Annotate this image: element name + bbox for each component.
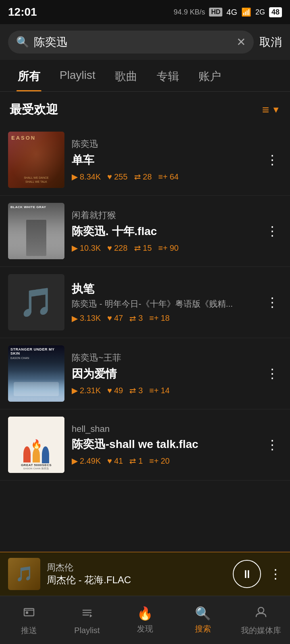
tab-account[interactable]: 账户: [189, 60, 231, 91]
more-options-button[interactable]: ⋮: [263, 434, 282, 456]
heart-icon: ♥: [107, 386, 112, 395]
playlist-add-count: ≡+ 18: [149, 314, 170, 323]
song-uploader: 闲着就打猴: [72, 209, 255, 221]
playlist-add-count: ≡+ 20: [149, 456, 170, 466]
song-info: 陈奕迅~王菲 因为爱情 ▶ 2.31K ♥ 49 ⇄ 3 ≡+ 14: [72, 352, 255, 395]
song-stats: ▶ 2.31K ♥ 49 ⇄ 3 ≡+ 14: [72, 386, 255, 395]
svg-marker-6: [90, 614, 92, 617]
more-options-button[interactable]: ⋮: [263, 220, 282, 242]
status-right: 94.9 KB/s HD 4G 📶 2G 48: [174, 7, 282, 17]
filter-dropdown-icon: ▼: [271, 105, 280, 115]
more-options-button[interactable]: ⋮: [263, 149, 282, 171]
tab-album[interactable]: 专辑: [147, 60, 189, 91]
playlist-icon: [80, 605, 94, 623]
pause-button[interactable]: ⏸: [233, 560, 261, 588]
song-title: 陈奕迅. 十年.flac: [72, 224, 255, 239]
player-track: 周杰伦 - 花海.FLAC: [47, 574, 226, 586]
repost-count: ⇄ 15: [134, 243, 152, 253]
clear-search-button[interactable]: ✕: [236, 35, 246, 49]
song-thumbnail: eason SHALL WE DANCESHALL WE TALK: [8, 132, 64, 188]
play-count: ▶ 2.49K: [72, 456, 101, 466]
nav-library[interactable]: 我的媒体库: [232, 596, 290, 644]
playlist-add-count: ≡+ 64: [158, 172, 179, 182]
search-tabs: 所有 Playlist 歌曲 专辑 账户: [0, 60, 290, 92]
filter-button[interactable]: ≡ ▼: [262, 103, 280, 117]
status-time: 12:01: [8, 6, 37, 19]
playlist-add-count: ≡+ 90: [158, 244, 179, 253]
add-icon: ≡+: [149, 386, 159, 395]
play-count: ▶ 2.31K: [72, 386, 101, 395]
add-icon: ≡+: [158, 244, 168, 253]
repost-count: ⇄ 28: [134, 172, 152, 182]
add-icon: ≡+: [158, 172, 168, 182]
nav-library-label: 我的媒体库: [241, 625, 281, 636]
signal-icon: 📶: [241, 7, 251, 17]
player-more-button[interactable]: ⋮: [269, 566, 282, 582]
song-uploader: 陈奕迅 - 明年今日-《十年》粤语版《贱精...: [72, 298, 255, 309]
filter-icon: ≡: [262, 103, 269, 117]
list-item[interactable]: 🎵 执笔 陈奕迅 - 明年今日-《十年》粤语版《贱精... ▶ 3.13K ♥ …: [0, 267, 290, 338]
search-nav-icon: 🔍: [195, 606, 211, 621]
repost-icon: ⇄: [134, 172, 141, 182]
svg-rect-0: [24, 609, 34, 616]
player-controls: ⏸ ⋮: [233, 560, 282, 588]
player-album-art: 🎵: [8, 558, 40, 590]
svg-rect-2: [26, 611, 28, 614]
tab-songs[interactable]: 歌曲: [105, 60, 147, 91]
more-options-button[interactable]: ⋮: [263, 291, 282, 313]
tab-playlist[interactable]: Playlist: [50, 60, 105, 91]
song-stats: ▶ 10.3K ♥ 228 ⇄ 15 ≡+ 90: [72, 243, 255, 253]
album-art-stranger: STRANGER UNDER MY SKIN EASON CHAN: [8, 345, 64, 402]
list-item[interactable]: 🔥 GREAT 5000SECS EASON CHAN 陈奕迅 hell_sha…: [0, 409, 290, 481]
song-stats: ▶ 2.49K ♥ 41 ⇄ 1 ≡+ 20: [72, 456, 255, 466]
song-thumbnail: 🔥 GREAT 5000SECS EASON CHAN 陈奕迅: [8, 417, 64, 473]
song-thumbnail: 🎵: [8, 274, 64, 330]
heart-icon: ♥: [107, 172, 112, 182]
signal-2g: 2G: [255, 8, 265, 17]
most-popular-header: 最受欢迎 ≡ ▼: [0, 92, 290, 124]
list-item[interactable]: eason SHALL WE DANCESHALL WE TALK 陈奕迅 单车…: [0, 124, 290, 196]
list-item[interactable]: STRANGER UNDER MY SKIN EASON CHAN 陈奕迅~王菲…: [0, 338, 290, 409]
album-art-season: eason SHALL WE DANCESHALL WE TALK: [8, 132, 64, 188]
add-icon: ≡+: [149, 456, 159, 466]
nav-playlist[interactable]: Playlist: [58, 596, 116, 644]
song-list: eason SHALL WE DANCESHALL WE TALK 陈奕迅 单车…: [0, 124, 290, 481]
more-options-button[interactable]: ⋮: [263, 363, 282, 384]
song-title: 执笔: [72, 281, 255, 297]
playlist-add-count: ≡+ 14: [149, 386, 170, 395]
search-input-wrapper[interactable]: 🔍 ✕: [8, 31, 254, 54]
song-stats: ▶ 8.34K ♥ 255 ⇄ 28 ≡+ 64: [72, 172, 255, 182]
song-title: 因为爱情: [72, 366, 255, 382]
repost-count: ⇄ 3: [129, 314, 143, 323]
battery-indicator: 48: [269, 7, 282, 17]
network-type: 4G: [226, 8, 237, 17]
bottom-player[interactable]: 🎵 周杰伦 周杰伦 - 花海.FLAC ⏸ ⋮: [0, 552, 290, 596]
play-count: ▶ 3.13K: [72, 314, 101, 323]
nav-discover[interactable]: 🔥 发现: [116, 596, 174, 644]
nav-playlist-label: Playlist: [74, 626, 99, 635]
like-count: ♥ 47: [107, 314, 123, 323]
repost-icon: ⇄: [129, 386, 136, 395]
push-icon: [22, 605, 36, 623]
list-item[interactable]: BLACK WHITE GRAY 闲着就打猴 陈奕迅. 十年.flac ▶ 10…: [0, 196, 290, 267]
player-artist: 周杰伦: [47, 561, 226, 574]
heart-icon: ♥: [107, 456, 112, 466]
search-bar: 🔍 ✕ 取消: [0, 24, 290, 60]
tab-all[interactable]: 所有: [8, 60, 50, 91]
play-count: ▶ 10.3K: [72, 243, 101, 253]
repost-count: ⇄ 1: [129, 456, 143, 466]
search-input[interactable]: [34, 36, 232, 49]
album-art-great: 🔥 GREAT 5000SECS EASON CHAN 陈奕迅: [8, 417, 64, 473]
repost-count: ⇄ 3: [129, 386, 143, 395]
nav-push-label: 推送: [21, 625, 37, 636]
nav-search[interactable]: 🔍 搜索: [174, 596, 232, 644]
search-icon: 🔍: [16, 36, 29, 48]
play-icon: ▶: [72, 172, 78, 182]
network-speed: 94.9 KB/s: [174, 8, 205, 17]
cancel-search-button[interactable]: 取消: [259, 35, 282, 50]
like-count: ♥ 255: [107, 172, 127, 182]
heart-icon: ♥: [107, 244, 112, 253]
nav-push[interactable]: 推送: [0, 596, 58, 644]
status-bar: 12:01 94.9 KB/s HD 4G 📶 2G 48: [0, 0, 290, 24]
song-info: 执笔 陈奕迅 - 明年今日-《十年》粤语版《贱精... ▶ 3.13K ♥ 47…: [72, 281, 255, 323]
